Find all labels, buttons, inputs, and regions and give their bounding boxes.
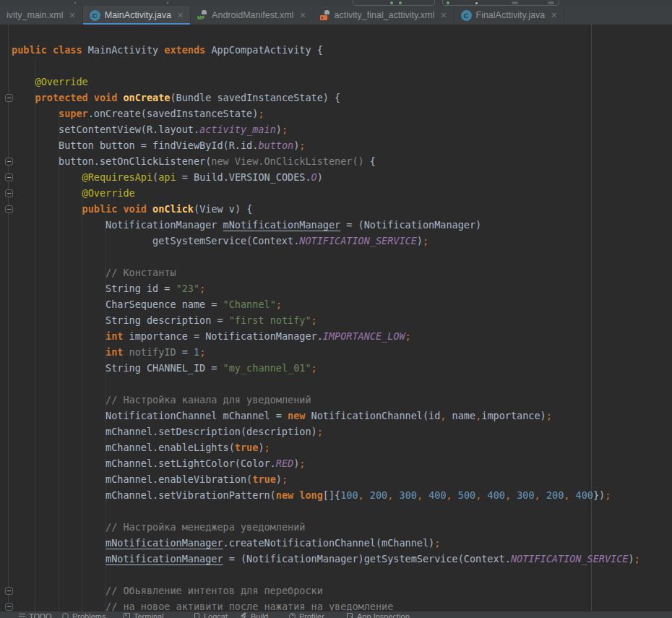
run-config-widget[interactable] <box>353 0 435 6</box>
toolwindow-label: Problems <box>72 612 105 618</box>
tab-finalacttivity-java[interactable]: CFinalActtivity.java✕ <box>455 6 565 25</box>
toolbar-speck <box>167 2 168 4</box>
code-line: @RequiresApi(api = Build.VERSION_CODES.O… <box>12 169 672 185</box>
code-line: button.setOnClickListener(new View.OnCli… <box>12 153 672 169</box>
code-line: // на новое активити после нажатия на ув… <box>12 598 672 611</box>
terminal-icon <box>124 613 130 618</box>
code-line: int notifyID = 1; <box>12 344 672 360</box>
code-line: mChannel.setVibrationPattern(new long[]{… <box>12 487 672 503</box>
device-status-icon <box>447 1 449 4</box>
editor-tab-bar: ivity_main.xml✕CMainActivity.java✕MFAndr… <box>0 6 672 25</box>
tab-label: AndroidManifest.xml <box>212 10 293 20</box>
code-line: @Override <box>12 74 672 90</box>
code-line: mNotificationManager.createNotificationC… <box>12 535 672 551</box>
code-line: // Константы <box>12 265 672 280</box>
toolwindow-button-logcat[interactable]: Logcat <box>194 612 228 618</box>
tab-ivity-main-xml[interactable]: ivity_main.xml✕ <box>0 6 83 25</box>
code-line: String description = "first notify"; <box>12 312 672 328</box>
code-line: super.onCreate(savedInstanceState); <box>12 106 672 121</box>
logcat-icon <box>194 613 200 618</box>
code-line: public void onClick(View v) { <box>12 201 672 217</box>
problems-icon <box>62 613 69 618</box>
java-class-icon: C <box>90 10 100 21</box>
device-widget[interactable] <box>442 0 559 6</box>
code-line: mChannel.enableVibration(true); <box>12 471 672 487</box>
code-line: Button button = findViewById(R.id.button… <box>12 137 672 153</box>
toolwindow-button-terminal[interactable]: Terminal <box>124 612 164 618</box>
toolwindow-label: TODO <box>29 612 52 618</box>
code-line: mChannel.setDescription(description); <box>12 424 672 439</box>
java-class-icon: C <box>461 10 472 21</box>
fold-collapse-icon[interactable] <box>5 158 13 166</box>
toolbar-button[interactable] <box>512 1 518 4</box>
code-line: // Настройка менеджера уведомлений <box>12 519 672 535</box>
manifest-file-icon: MF <box>197 10 207 20</box>
code-line: int importance = NotificationManager.IMP… <box>12 328 672 344</box>
tab-label: activity_final_acttivity.xml <box>335 10 435 20</box>
code-line <box>12 58 672 74</box>
code-line: getSystemService(Context.NOTIFICATION_SE… <box>12 233 672 249</box>
toolwindow-label: App Inspection <box>357 612 410 618</box>
code-line: // Настройка канала для уведомлений <box>12 392 672 408</box>
code-line: NotificationChannel mChannel = new Notif… <box>12 408 672 424</box>
toolwindow-button-todo[interactable]: TODO <box>19 612 52 618</box>
code-line: protected void onCreate(Bundle savedInst… <box>12 90 672 106</box>
fold-collapse-icon[interactable] <box>5 205 13 213</box>
android-studio-window: { "accent_colors":{"tab_underline":"#4a8… <box>0 0 672 618</box>
debug-icon[interactable] <box>399 1 402 4</box>
code-line: CharSequence name = "Channel"; <box>12 296 672 312</box>
layout-xml-file-icon <box>320 10 330 20</box>
tab-mainactivity-java[interactable]: CMainActivity.java✕ <box>83 6 191 25</box>
fold-collapse-icon[interactable] <box>5 94 13 102</box>
toolwindow-label: Profiler <box>299 612 324 618</box>
toolbar-button[interactable] <box>548 1 554 4</box>
code-line: mChannel.setLightColor(Color.RED); <box>12 455 672 471</box>
fold-collapse-icon[interactable] <box>5 189 13 197</box>
todo-icon <box>19 613 25 618</box>
code-editor[interactable]: public class MainActivity extends AppCom… <box>0 25 672 611</box>
code-line: public class MainActivity extends AppCom… <box>12 42 672 58</box>
toolwindow-button-problems[interactable]: Problems <box>62 612 105 618</box>
code-line <box>12 567 672 583</box>
tab-label: MainActivity.java <box>105 10 171 20</box>
code-line: // Обьявление интентов для переброски <box>12 583 672 598</box>
tab-androidmanifest-xml[interactable]: MFAndroidManifest.xml✕ <box>191 6 313 25</box>
toolwindow-button-app-inspection[interactable]: App Inspection <box>347 612 410 618</box>
toolwindow-label: Terminal <box>134 612 164 618</box>
code-line <box>12 503 672 519</box>
code-line: String id = "23"; <box>12 280 672 296</box>
toolwindow-label: Logcat <box>204 612 228 618</box>
tab-close-icon[interactable]: ✕ <box>440 12 447 20</box>
tab-activity-final-acttivity-xml[interactable]: activity_final_acttivity.xml✕ <box>314 6 455 25</box>
code-line: @Override <box>12 185 672 201</box>
tab-close-icon[interactable]: ✕ <box>299 12 306 20</box>
code-line: setContentView(R.layout.activity_main); <box>12 121 672 137</box>
toolbar-speck <box>74 2 76 4</box>
code-line <box>12 376 672 392</box>
tab-close-icon[interactable]: ✕ <box>177 12 184 20</box>
toolbar-dot-icon <box>475 2 478 4</box>
fold-collapse-icon[interactable] <box>5 173 13 181</box>
fold-collapse-icon[interactable] <box>5 603 13 611</box>
fold-collapse-icon[interactable] <box>5 587 13 595</box>
code-line: mChannel.enableLights(true); <box>12 439 672 455</box>
build-icon <box>241 613 247 618</box>
profiler-icon <box>289 613 296 618</box>
tab-close-icon[interactable]: ✕ <box>551 12 557 20</box>
code-line: String CHANNEL_ID = "my_channel_01"; <box>12 360 672 376</box>
code-line <box>12 249 672 265</box>
toolwindow-button-profiler[interactable]: Profiler <box>289 612 324 618</box>
tab-label: ivity_main.xml <box>7 10 64 20</box>
tool-window-bar: TODOProblemsTerminalLogcatBuildProfilerA… <box>0 611 672 618</box>
run-icon[interactable] <box>390 1 393 4</box>
tab-label: FinalActtivity.java <box>476 10 546 20</box>
code-line: mNotificationManager = (NotificationMana… <box>12 551 672 567</box>
code-area[interactable]: public class MainActivity extends AppCom… <box>0 25 672 611</box>
code-line: NotificationManager mNotificationManager… <box>12 217 672 233</box>
toolwindow-button-build[interactable]: Build <box>241 612 268 618</box>
tab-close-icon[interactable]: ✕ <box>69 12 76 20</box>
inspection-icon <box>347 613 353 618</box>
toolwindow-label: Build <box>251 612 268 618</box>
